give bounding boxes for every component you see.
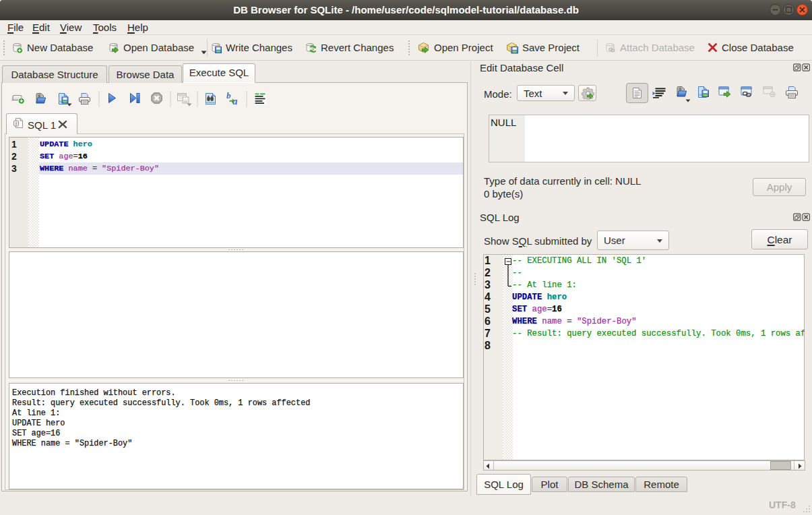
svg-text:b: b — [226, 91, 231, 100]
